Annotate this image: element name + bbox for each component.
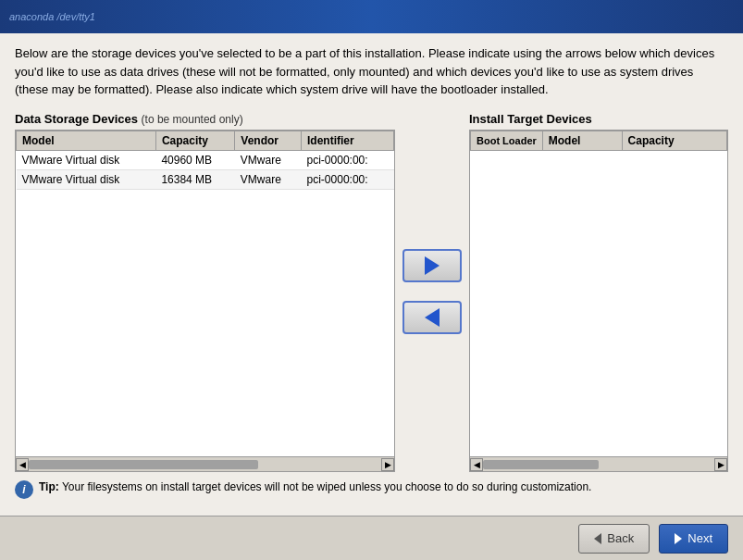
cell-capacity: 16384 MB: [155, 169, 234, 189]
cell-model: VMware Virtual disk: [17, 150, 156, 169]
arrow-left-icon: [425, 308, 440, 327]
col-model-right: Model: [542, 131, 622, 150]
footer-bar: Back Next: [0, 516, 743, 560]
banner-text: anaconda /dev/tty1: [9, 11, 95, 22]
next-arrow-icon: [675, 533, 682, 544]
cell-identifier: pci-0000:00:: [302, 169, 394, 189]
install-scroll-right-arrow[interactable]: ▶: [714, 458, 727, 471]
cell-capacity: 40960 MB: [155, 150, 234, 169]
scroll-right-arrow[interactable]: ▶: [381, 458, 394, 471]
data-storage-scrollbar[interactable]: ◀ ▶: [16, 456, 394, 471]
install-target-scroll-area[interactable]: Boot Loader Model Capacity: [470, 131, 727, 457]
col-model: Model: [17, 131, 156, 150]
install-scroll-left-arrow[interactable]: ◀: [470, 458, 483, 471]
install-target-panel: Install Target Devices Boot Loader Model…: [469, 112, 728, 473]
main-content: Below are the storage devices you've sel…: [0, 33, 743, 516]
tip-label: Tip:: [39, 480, 59, 493]
tip-text: Tip: Your filesystems on install target …: [39, 479, 591, 495]
description-text: Below are the storage devices you've sel…: [15, 44, 728, 99]
data-storage-title: Data Storage Devices (to be mounted only…: [15, 112, 395, 126]
scroll-left-arrow[interactable]: ◀: [16, 458, 29, 471]
table-row[interactable]: VMware Virtual disk 16384 MB VMware pci-…: [17, 169, 394, 189]
back-arrow-icon: [594, 533, 601, 544]
move-left-button[interactable]: [402, 301, 462, 334]
col-boot-loader: Boot Loader: [471, 131, 543, 150]
install-target-table-wrapper: Boot Loader Model Capacity ◀ ▶: [469, 130, 728, 473]
cell-vendor: VMware: [235, 150, 302, 169]
move-right-button[interactable]: [402, 249, 462, 282]
arrow-right-icon: [425, 256, 440, 275]
cell-vendor: VMware: [235, 169, 302, 189]
next-button[interactable]: Next: [659, 524, 728, 554]
install-target-title: Install Target Devices: [469, 112, 728, 126]
col-capacity: Capacity: [155, 131, 234, 150]
data-storage-scroll-area[interactable]: Model Capacity Vendor Identifier VMware …: [16, 131, 394, 457]
data-storage-table-wrapper: Model Capacity Vendor Identifier VMware …: [15, 130, 395, 473]
next-label: Next: [687, 531, 712, 545]
cell-model: VMware Virtual disk: [17, 169, 156, 189]
data-storage-table: Model Capacity Vendor Identifier VMware …: [16, 131, 394, 190]
install-target-scrollbar[interactable]: ◀ ▶: [470, 456, 727, 471]
data-storage-panel: Data Storage Devices (to be mounted only…: [15, 112, 395, 473]
cell-identifier: pci-0000:00:: [302, 150, 394, 169]
col-capacity-right: Capacity: [622, 131, 726, 150]
tip-icon: i: [15, 480, 33, 499]
top-banner: anaconda /dev/tty1: [0, 0, 743, 33]
data-storage-subtitle: (to be mounted only): [142, 113, 243, 126]
back-button[interactable]: Back: [578, 524, 650, 554]
install-target-table: Boot Loader Model Capacity: [470, 131, 727, 151]
back-label: Back: [607, 531, 634, 545]
tip-content: Your filesystems on install target devic…: [62, 480, 592, 493]
transfer-buttons-panel: [395, 112, 469, 473]
col-identifier: Identifier: [302, 131, 394, 150]
table-row[interactable]: VMware Virtual disk 40960 MB VMware pci-…: [17, 150, 394, 169]
col-vendor: Vendor: [235, 131, 302, 150]
tip-area: i Tip: Your filesystems on install targe…: [15, 472, 728, 504]
panels-row: Data Storage Devices (to be mounted only…: [15, 112, 728, 473]
